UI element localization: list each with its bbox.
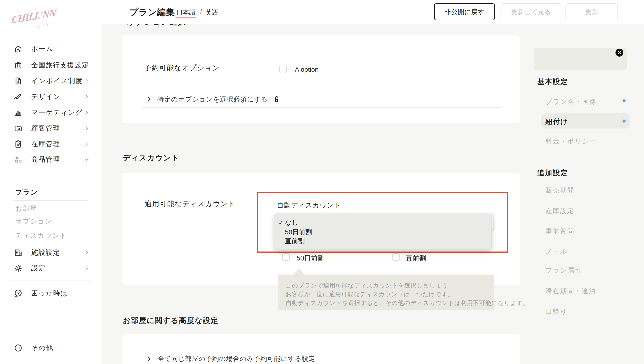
nav-sales-period[interactable]: 販売期間 xyxy=(546,186,574,195)
active-lang-underline xyxy=(176,17,196,18)
sidebar-item-facility-settings[interactable]: 施設設定 xyxy=(0,248,102,258)
nav-day-trip[interactable]: 日帰り xyxy=(546,307,568,316)
svg-text:?: ? xyxy=(17,291,20,295)
sidebar-item-travel-support[interactable]: 全国旅行支援設定 xyxy=(0,60,102,70)
right-panel-divider xyxy=(536,155,634,155)
sidebar-item-discount[interactable]: ディスカウント xyxy=(15,231,67,240)
discount-tooltip: このプランで適用可能なディスカウントを選択しましょう。 お客様が一度に適用可能な… xyxy=(278,274,494,310)
discount-50days-checkbox[interactable] xyxy=(282,253,290,261)
nav-mail[interactable]: メール xyxy=(546,247,568,256)
help-bubble-icon: ? xyxy=(14,289,22,298)
require-option-label: 特定のオプションを選択必須にする xyxy=(158,95,268,104)
chillnn-logo[interactable]: CHILL'NN チルン xyxy=(12,9,55,31)
sidebar-item-customers[interactable]: 顧客管理 xyxy=(0,124,102,133)
nav-stay-period[interactable]: 滞在期間・連泊 xyxy=(546,286,596,296)
options-card xyxy=(122,35,520,123)
dropdown-option-50days[interactable]: 50日前割 xyxy=(274,228,492,236)
gear-icon xyxy=(14,264,22,272)
additional-settings-title: 追加設定 xyxy=(538,168,568,178)
check-icon: ✓ xyxy=(278,218,284,226)
tooltip-arrow xyxy=(293,268,305,275)
auto-discount-dropdown: ✓ なし 50日前割 直前割 xyxy=(274,214,492,250)
tab-english[interactable]: 英語 xyxy=(205,8,218,17)
sidebar-item-inventory[interactable]: 在庫管理 xyxy=(0,139,102,149)
lock-icon xyxy=(272,95,280,104)
sidebar-item-rooms[interactable]: お部屋 xyxy=(15,204,37,213)
tab-japanese[interactable]: 日本語 xyxy=(176,8,196,17)
chevron-right-icon xyxy=(146,96,152,102)
update-and-view-button[interactable]: 更新して見る xyxy=(500,3,561,20)
nav-plan-name-image[interactable]: プラン名・画像 xyxy=(546,97,596,106)
sidebar-item-settings[interactable]: 設定 xyxy=(0,263,102,273)
chevron-down-icon xyxy=(84,156,90,162)
invoice-icon: $ xyxy=(14,76,22,85)
status-dot-blue xyxy=(622,120,626,122)
chevron-right-icon xyxy=(146,356,152,362)
plan-edit-page: オプション選択 予約可能なオプション A option 特定のオプションを選択必… xyxy=(0,0,644,364)
nav-pre-questions[interactable]: 事前質問 xyxy=(546,227,574,236)
nav-stock-settings[interactable]: 在庫設定 xyxy=(546,206,574,216)
require-option-disclosure[interactable]: 特定のオプションを選択必須にする xyxy=(146,95,280,104)
clipboard-check-icon xyxy=(14,140,22,148)
unpublish-button[interactable]: 非公開に戻す xyxy=(434,3,495,20)
shapes-icon xyxy=(14,155,22,164)
legend-card xyxy=(534,48,627,70)
sidebar-item-products[interactable]: 商品管理 xyxy=(0,154,102,164)
discount-50days-label: 50日前割 xyxy=(296,254,324,263)
tooltip-line: 自動ディスカウントを選択すると、その他のディスカウントは利用不可能になります。 xyxy=(286,299,494,308)
sidebar-item-options[interactable]: オプション xyxy=(15,217,52,226)
plan-section-title: プラン xyxy=(15,188,38,197)
chevron-right-icon xyxy=(84,141,90,147)
discount-lastminute-label: 直前割 xyxy=(406,254,426,263)
status-dot-blue xyxy=(622,99,626,102)
sidebar-item-home[interactable]: ホーム xyxy=(0,44,102,54)
bar-chart-icon xyxy=(14,108,22,117)
left-sidebar: CHILL'NN チルン ホーム 全国旅行支援設定 xyxy=(0,0,102,364)
customer-folder-icon xyxy=(14,124,22,133)
chevron-right-icon xyxy=(84,78,90,84)
sidebar-item-others[interactable]: その他 xyxy=(0,343,102,353)
pen-icon xyxy=(14,92,22,101)
dropdown-option-none[interactable]: ✓ なし xyxy=(274,218,492,227)
chevron-right-icon xyxy=(84,126,90,131)
discount-section-heading: ディスカウント xyxy=(123,153,180,163)
discount-lastminute-checkbox[interactable] xyxy=(392,253,400,261)
tooltip-line: お客様が一度に適用可能なディスカウントは一つだけです。 xyxy=(286,290,494,299)
applicable-discount-label: 適用可能なディスカウント xyxy=(145,199,236,209)
chevron-right-icon xyxy=(84,94,90,100)
nav-price-policy[interactable]: 料金・ポリシー xyxy=(546,137,596,146)
home-icon xyxy=(14,44,22,53)
nav-plan-attributes[interactable]: プラン属性 xyxy=(546,266,582,275)
basic-settings-title: 基本設定 xyxy=(538,77,568,86)
ellipsis-circle-icon xyxy=(14,344,22,352)
chevron-right-icon xyxy=(84,110,90,115)
a-option-checkbox[interactable] xyxy=(279,66,287,73)
update-button[interactable]: 更新 xyxy=(566,3,618,20)
chevron-right-icon xyxy=(84,265,90,271)
close-icon[interactable] xyxy=(616,49,624,56)
same-room-disclosure[interactable]: 全て同じ部屋の予約の場合のみ予約可能にする設定 xyxy=(146,354,315,363)
dropdown-option-lastminute[interactable]: 直前割 xyxy=(274,236,492,246)
nav-linking[interactable]: 紐付け xyxy=(546,117,568,126)
tooltip-line: このプランで適用可能なディスカウントを選択しましょう。 xyxy=(286,281,494,290)
same-room-label: 全て同じ部屋の予約の場合のみ予約可能にする設定 xyxy=(158,354,315,363)
suitcase-icon xyxy=(14,61,22,70)
page-title: プラン編集 xyxy=(130,6,175,18)
advanced-section-heading: お部屋に関する高度な設定 xyxy=(123,316,218,326)
chevron-right-icon xyxy=(84,250,90,256)
options-card-divider xyxy=(142,108,502,108)
reservable-options-label: 予約可能なオプション xyxy=(144,63,220,73)
auto-discount-label: 自動ディスカウント xyxy=(277,201,341,210)
lang-divider: / xyxy=(200,8,202,15)
chevron-right-icon xyxy=(84,62,90,68)
sidebar-divider xyxy=(13,200,88,201)
sidebar-item-marketing[interactable]: マーケティング xyxy=(0,108,102,117)
building-icon xyxy=(14,248,22,257)
sidebar-item-help[interactable]: ? 困った時は xyxy=(0,288,102,298)
sidebar-item-design[interactable]: デザイン xyxy=(0,92,102,102)
a-option-label: A option xyxy=(295,66,318,73)
svg-text:$: $ xyxy=(17,80,19,83)
sidebar-item-invoice[interactable]: $ インボイス制度 xyxy=(0,76,102,86)
sidebar-divider xyxy=(10,280,92,280)
